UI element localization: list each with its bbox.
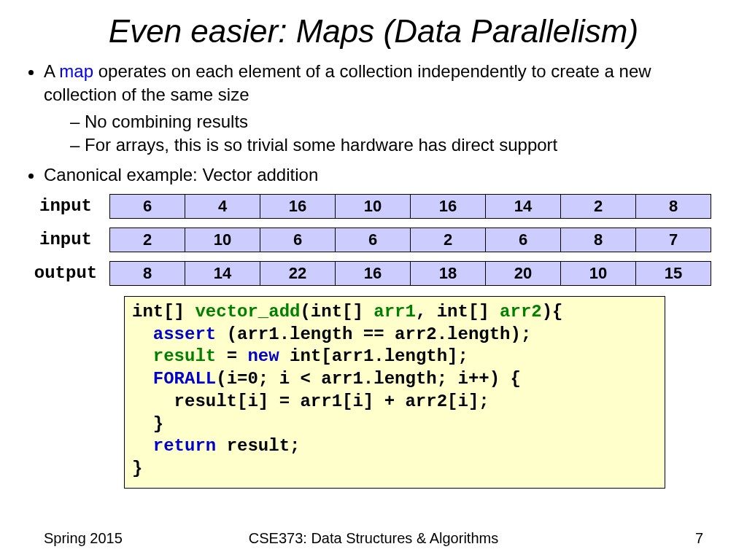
t: result[i] = arr1[i] + arr2[i]; [132, 392, 489, 411]
footer-term: Spring 2015 [44, 530, 123, 547]
t: } [132, 414, 163, 434]
cell: 8 [561, 228, 636, 252]
bullet-1: A map operates on each element of a coll… [44, 60, 725, 158]
text: operates on each element of a collection… [44, 61, 651, 104]
t: = [216, 346, 247, 366]
array-input1: 6 4 16 10 16 14 2 8 [109, 194, 711, 219]
row-label-input1: input [22, 196, 109, 216]
t: (int[] [300, 302, 374, 322]
cell: 14 [486, 195, 561, 218]
kw: assert [153, 324, 216, 344]
slide-title: Even easier: Maps (Data Parallelism) [22, 13, 725, 50]
t: ){ [542, 302, 563, 322]
cell: 10 [561, 262, 636, 285]
row-label-output: output [22, 263, 109, 283]
cell: 16 [336, 262, 411, 285]
t [132, 369, 153, 389]
array-diagram: input 6 4 16 10 16 14 2 8 input 2 10 6 6… [22, 194, 725, 286]
cell: 6 [336, 228, 411, 252]
var: result [153, 346, 216, 366]
cell: 22 [260, 262, 336, 285]
fn-name: vector_add [195, 302, 300, 322]
sub-bullet: For arrays, this is so trivial some hard… [70, 133, 725, 157]
t: int[arr1.length]; [279, 346, 468, 366]
kw: return [153, 436, 216, 456]
cell: 15 [636, 262, 711, 285]
cell: 2 [110, 228, 185, 252]
cell: 8 [110, 262, 185, 285]
cell: 10 [336, 195, 411, 218]
t [132, 346, 153, 366]
map-keyword: map [59, 61, 93, 81]
row-label-input2: input [22, 230, 109, 249]
code-block: int[] vector_add(int[] arr1, int[] arr2)… [124, 296, 665, 489]
bullet-list: A map operates on each element of a coll… [44, 60, 725, 187]
cell: 6 [486, 228, 561, 252]
cell: 6 [110, 195, 185, 218]
cell: 2 [411, 228, 486, 252]
t: } [132, 459, 142, 478]
param: arr2 [500, 302, 542, 322]
t: result; [216, 436, 300, 456]
param: arr1 [374, 302, 416, 322]
t: , int[] [416, 302, 500, 322]
t: int[] [132, 302, 195, 322]
cell: 18 [411, 262, 486, 285]
array-input2: 2 10 6 6 2 6 8 7 [109, 228, 711, 252]
t: (i=0; i < arr1.length; i++) { [216, 369, 521, 389]
cell: 14 [185, 262, 260, 285]
text: A [44, 61, 59, 81]
cell: 4 [185, 195, 260, 218]
cell: 6 [260, 228, 336, 252]
cell: 7 [636, 228, 711, 252]
t: (arr1.length == arr2.length); [216, 324, 531, 344]
cell: 16 [411, 195, 486, 218]
slide-footer: Spring 2015 CSE373: Data Structures & Al… [0, 530, 747, 547]
t [132, 324, 153, 344]
sub-bullet: No combining results [70, 110, 725, 133]
footer-page-number: 7 [695, 530, 703, 547]
cell: 16 [260, 195, 336, 218]
cell: 20 [486, 262, 561, 285]
cell: 8 [636, 195, 711, 218]
array-output: 8 14 22 16 18 20 10 15 [109, 261, 711, 286]
cell: 2 [561, 195, 636, 218]
kw: new [247, 346, 279, 366]
t [132, 436, 153, 456]
kw: FORALL [153, 369, 216, 389]
bullet-2: Canonical example: Vector addition [44, 163, 725, 187]
cell: 10 [185, 228, 260, 252]
